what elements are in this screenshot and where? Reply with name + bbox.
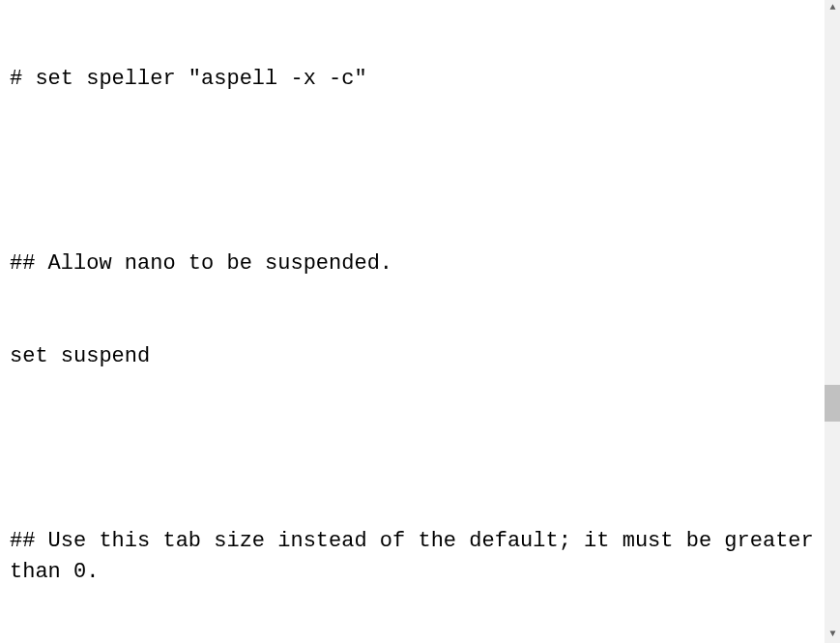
scroll-down-arrow-icon[interactable]: ▼ — [825, 627, 840, 643]
code-line: ## Allow nano to be suspended. — [10, 248, 816, 279]
code-content[interactable]: # set speller "aspell -x -c" ## Allow na… — [0, 0, 824, 643]
vertical-scrollbar[interactable]: ▲ ▼ — [824, 0, 840, 643]
code-line: set suspend — [10, 341, 816, 372]
blank-line — [10, 433, 816, 464]
code-line: ## Use this tab size instead of the defa… — [10, 526, 816, 588]
scroll-up-arrow-icon[interactable]: ▲ — [825, 0, 840, 16]
editor-viewport: # set speller "aspell -x -c" ## Allow na… — [0, 0, 840, 643]
scrollbar-thumb[interactable] — [825, 385, 840, 422]
code-line: # set speller "aspell -x -c" — [10, 64, 816, 95]
blank-line — [10, 156, 816, 187]
